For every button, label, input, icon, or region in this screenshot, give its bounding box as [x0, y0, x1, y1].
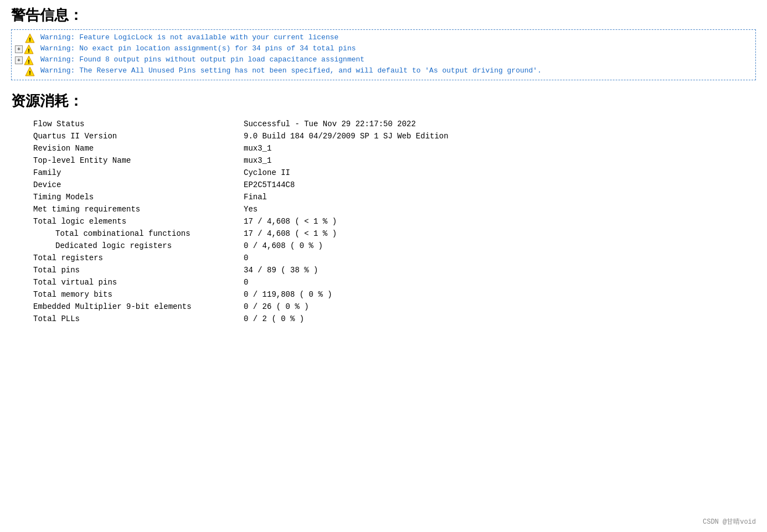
resource-label: Total combinational functions [33, 229, 244, 238]
warning-triangle-icon: ! [25, 66, 35, 76]
resource-row: Timing ModelsFinal [33, 193, 756, 202]
resource-label: Total PLLs [33, 314, 244, 323]
warning-triangle-icon: ! [25, 33, 35, 43]
warning-message: Warning: The Reserve All Unused Pins set… [40, 66, 752, 75]
warning-icon-cell: +! [15, 55, 37, 65]
resource-label: Total pins [33, 266, 244, 275]
footer-text: CSDN @甘晴void [703, 518, 756, 526]
resource-value: 34 / 89 ( 38 % ) [244, 266, 318, 275]
footer: CSDN @甘晴void [703, 517, 756, 526]
resource-value: 0 [244, 278, 248, 287]
resource-label: Device [33, 180, 244, 189]
svg-text:!: ! [28, 70, 32, 76]
warning-triangle-icon: ! [24, 55, 34, 65]
resource-row: Total logic elements17 / 4,608 ( < 1 % ) [33, 217, 756, 226]
resources-title: 资源消耗： [11, 91, 756, 111]
warning-row-w1: !Warning: Feature LogicLock is not avail… [15, 33, 752, 43]
resource-row: Embedded Multiplier 9-bit elements0 / 26… [33, 302, 756, 311]
warning-triangle-icon: ! [24, 44, 34, 54]
resource-row: Total memory bits0 / 119,808 ( 0 % ) [33, 290, 756, 299]
resource-label: Flow Status [33, 120, 244, 128]
warning-row-w3: +!Warning: Found 8 output pins without o… [15, 55, 752, 65]
warnings-title: 警告信息： [11, 6, 756, 25]
warnings-section: !Warning: Feature LogicLock is not avail… [11, 29, 756, 80]
resource-value: 0 / 2 ( 0 % ) [244, 314, 304, 323]
resource-row: Dedicated logic registers0 / 4,608 ( 0 %… [33, 241, 756, 250]
svg-text:!: ! [27, 48, 31, 54]
svg-text:!: ! [27, 59, 31, 65]
resource-row: DeviceEP2C5T144C8 [33, 180, 756, 189]
resource-row: Revision Namemux3_1 [33, 144, 756, 153]
resource-value: 0 / 119,808 ( 0 % ) [244, 290, 332, 299]
resource-row: Total combinational functions17 / 4,608 … [33, 229, 756, 238]
resource-label: Met timing requirements [33, 205, 244, 214]
warning-message: Warning: No exact pin location assignmen… [40, 44, 752, 53]
resource-value: 9.0 Build 184 04/29/2009 SP 1 SJ Web Edi… [244, 132, 449, 141]
resource-value: Cyclone II [244, 168, 290, 177]
expand-button[interactable]: + [15, 45, 23, 53]
resource-label: Quartus II Version [33, 132, 244, 141]
resource-row: Total registers0 [33, 254, 756, 262]
resource-label: Total registers [33, 254, 244, 262]
resource-row: Total PLLs0 / 2 ( 0 % ) [33, 314, 756, 323]
resource-value: Successful - Tue Nov 29 22:17:50 2022 [244, 120, 416, 128]
resource-label: Family [33, 168, 244, 177]
resource-value: 17 / 4,608 ( < 1 % ) [244, 217, 337, 226]
resource-value: Final [244, 193, 267, 202]
warning-row-w4: !Warning: The Reserve All Unused Pins se… [15, 66, 752, 76]
resource-label: Revision Name [33, 144, 244, 153]
resource-row: Quartus II Version9.0 Build 184 04/29/20… [33, 132, 756, 141]
resource-label: Timing Models [33, 193, 244, 202]
resource-label: Dedicated logic registers [33, 241, 244, 250]
resource-row: Flow StatusSuccessful - Tue Nov 29 22:17… [33, 120, 756, 128]
resource-value: 0 / 26 ( 0 % ) [244, 302, 309, 311]
warning-icon-cell: ! [15, 33, 37, 43]
resource-row: Top-level Entity Namemux3_1 [33, 156, 756, 165]
resource-label: Top-level Entity Name [33, 156, 244, 165]
resource-label: Total logic elements [33, 217, 244, 226]
warning-icon-cell: ! [15, 66, 37, 76]
resource-value: Yes [244, 205, 258, 214]
warning-message: Warning: Found 8 output pins without out… [40, 55, 752, 64]
svg-text:!: ! [28, 37, 32, 43]
warning-row-w2: +!Warning: No exact pin location assignm… [15, 44, 752, 54]
warning-message: Warning: Feature LogicLock is not availa… [40, 33, 752, 42]
resources-table: Flow StatusSuccessful - Tue Nov 29 22:17… [33, 120, 756, 323]
resource-label: Embedded Multiplier 9-bit elements [33, 302, 244, 311]
resource-row: Total pins34 / 89 ( 38 % ) [33, 266, 756, 275]
resource-label: Total memory bits [33, 290, 244, 299]
resource-row: Total virtual pins0 [33, 278, 756, 287]
expand-button[interactable]: + [15, 56, 23, 64]
resource-row: Met timing requirementsYes [33, 205, 756, 214]
resource-value: 0 / 4,608 ( 0 % ) [244, 241, 323, 250]
resource-value: 0 [244, 254, 248, 262]
resource-value: 17 / 4,608 ( < 1 % ) [244, 229, 337, 238]
resource-value: mux3_1 [244, 144, 271, 153]
resource-value: EP2C5T144C8 [244, 180, 295, 189]
warning-icon-cell: +! [15, 44, 37, 54]
resource-value: mux3_1 [244, 156, 271, 165]
resource-label: Total virtual pins [33, 278, 244, 287]
resource-row: FamilyCyclone II [33, 168, 756, 177]
